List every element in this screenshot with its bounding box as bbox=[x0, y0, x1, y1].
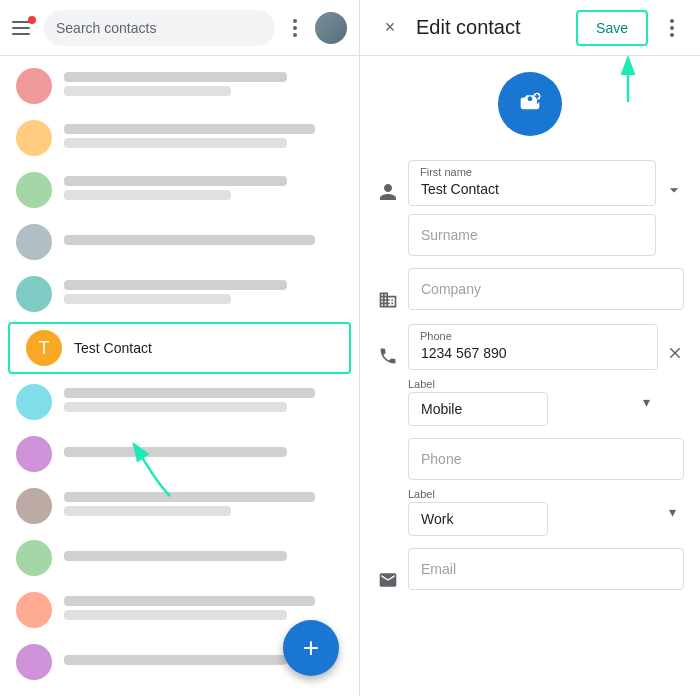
contact-info bbox=[64, 124, 343, 152]
edit-header: × Edit contact Save bbox=[360, 0, 700, 56]
avatar bbox=[16, 540, 52, 576]
edit-contact-panel: × Edit contact Save bbox=[360, 0, 700, 696]
edit-form: First name bbox=[360, 56, 700, 696]
phone-label-select[interactable]: Mobile Work Home Main bbox=[408, 392, 548, 426]
email-icon bbox=[376, 568, 400, 592]
surname-field bbox=[408, 214, 656, 256]
search-placeholder: Search contacts bbox=[56, 20, 156, 36]
phone-row: Phone Label Mobile Work Home Main ▾ bbox=[376, 324, 684, 426]
list-item[interactable] bbox=[0, 164, 359, 216]
avatar bbox=[16, 644, 52, 680]
phone-label-wrapper: Label Mobile Work Home Main ▾ bbox=[408, 378, 658, 426]
list-item[interactable] bbox=[0, 480, 359, 532]
avatar bbox=[16, 488, 52, 524]
phone-icon bbox=[376, 344, 400, 368]
company-icon bbox=[376, 288, 400, 312]
label2-text: Label bbox=[408, 488, 684, 500]
company-fields bbox=[408, 268, 684, 310]
chevron-down-icon: ▾ bbox=[643, 394, 650, 410]
hamburger-menu-button[interactable] bbox=[12, 16, 36, 40]
contact-info bbox=[64, 492, 343, 520]
user-avatar[interactable] bbox=[315, 12, 347, 44]
photo-upload-button[interactable] bbox=[498, 72, 562, 136]
contact-info bbox=[64, 447, 343, 461]
header-more-button[interactable] bbox=[656, 12, 688, 44]
edit-contact-title: Edit contact bbox=[416, 16, 568, 39]
avatar bbox=[16, 276, 52, 312]
contact-info bbox=[64, 280, 343, 308]
contact-info bbox=[64, 235, 343, 249]
phone2-input[interactable] bbox=[408, 438, 684, 480]
contact-name: Test Contact bbox=[74, 340, 152, 356]
notification-dot bbox=[28, 16, 36, 24]
name-fields: First name bbox=[408, 160, 656, 256]
list-item[interactable] bbox=[0, 376, 359, 428]
contact-info bbox=[64, 72, 343, 100]
avatar bbox=[16, 120, 52, 156]
delete-phone-button[interactable] bbox=[666, 344, 684, 367]
more-options-button[interactable] bbox=[283, 16, 307, 40]
phone2-label-select[interactable]: Work Mobile Home bbox=[408, 502, 548, 536]
chevron-down-icon-2: ▾ bbox=[669, 504, 676, 520]
label-text: Label bbox=[408, 378, 658, 390]
close-button[interactable]: × bbox=[372, 10, 408, 46]
list-item[interactable] bbox=[0, 532, 359, 584]
save-button[interactable]: Save bbox=[576, 10, 648, 46]
avatar bbox=[16, 172, 52, 208]
phone2-row: Label Work Mobile Home ▾ bbox=[376, 438, 684, 536]
email-fields bbox=[408, 548, 684, 590]
first-name-field: First name bbox=[408, 160, 656, 206]
phone1-field: Phone bbox=[408, 324, 658, 370]
phone-fields: Phone Label Mobile Work Home Main ▾ bbox=[408, 324, 658, 426]
avatar: T bbox=[26, 330, 62, 366]
email-row bbox=[376, 548, 684, 592]
search-bar[interactable]: Search contacts bbox=[44, 10, 275, 46]
contact-info bbox=[64, 551, 343, 565]
add-contact-fab[interactable]: + bbox=[283, 620, 339, 676]
plus-icon: + bbox=[303, 634, 319, 662]
top-bar: Search contacts bbox=[0, 0, 359, 56]
list-item-test-contact[interactable]: T Test Contact bbox=[8, 322, 351, 374]
list-item[interactable] bbox=[0, 268, 359, 320]
avatar bbox=[16, 436, 52, 472]
avatar bbox=[16, 384, 52, 420]
expand-icon[interactable] bbox=[664, 180, 684, 205]
company-row bbox=[376, 268, 684, 312]
list-item[interactable] bbox=[0, 112, 359, 164]
list-item[interactable] bbox=[0, 60, 359, 112]
contact-info bbox=[64, 596, 343, 624]
phone2-label-wrapper: Label Work Mobile Home ▾ bbox=[408, 488, 684, 536]
contacts-list: T Test Contact bbox=[0, 56, 359, 696]
contact-info bbox=[64, 388, 343, 416]
avatar bbox=[16, 224, 52, 260]
company-input[interactable] bbox=[408, 268, 684, 310]
email-input[interactable] bbox=[408, 548, 684, 590]
person-icon bbox=[376, 180, 400, 204]
list-item[interactable] bbox=[0, 216, 359, 268]
form-section: First name bbox=[376, 160, 684, 604]
camera-add-icon bbox=[516, 87, 544, 121]
surname-input[interactable] bbox=[408, 214, 656, 256]
company-field bbox=[408, 268, 684, 310]
contact-info bbox=[64, 176, 343, 204]
phone2-field bbox=[408, 438, 684, 480]
avatar bbox=[16, 68, 52, 104]
contacts-panel: Search contacts bbox=[0, 0, 360, 696]
phone2-fields: Label Work Mobile Home ▾ bbox=[408, 438, 684, 536]
close-icon: × bbox=[385, 17, 396, 38]
first-name-input[interactable] bbox=[408, 160, 656, 206]
name-row: First name bbox=[376, 160, 684, 256]
email-field bbox=[408, 548, 684, 590]
list-item[interactable] bbox=[0, 428, 359, 480]
phone-input[interactable] bbox=[408, 324, 658, 370]
avatar bbox=[16, 592, 52, 628]
